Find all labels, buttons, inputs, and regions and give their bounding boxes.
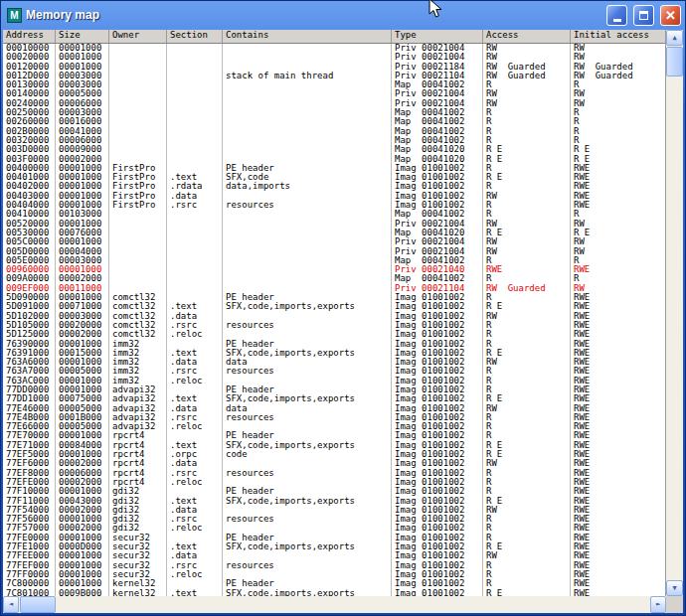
memory-table-body[interactable]: 0001000000001000Priv 00021004RWRW0002000… <box>3 44 665 596</box>
column-header-section[interactable]: Section <box>167 30 223 43</box>
maximize-button[interactable] <box>633 5 654 26</box>
cell-type: Map 00041002 <box>392 136 483 145</box>
close-button[interactable]: ✕ <box>660 5 681 26</box>
cell-initial: RWE <box>571 192 665 201</box>
table-row[interactable]: 003F000000002000Map 00041020R ER E <box>3 155 665 164</box>
horizontal-scroll-thumb[interactable] <box>20 596 56 613</box>
table-row[interactable]: 0032000000006000Map 00041002RR <box>3 136 665 145</box>
cell-size: 00001000 <box>56 63 109 72</box>
minimize-button[interactable] <box>606 5 627 26</box>
table-row[interactable]: 009A000000002000Map 00041002RR <box>3 274 665 283</box>
title-bar[interactable]: M Memory map ✕ <box>0 0 686 27</box>
table-row[interactable]: 5D10200000003000comctl32.dataImag 010010… <box>3 312 665 321</box>
table-row[interactable]: 77DD000000001000advapi32PE headerImag 01… <box>3 385 665 394</box>
cell-contains <box>223 265 392 274</box>
table-row[interactable]: 0026000000016000Map 00041002RR <box>3 117 665 126</box>
table-row[interactable]: 005E000000003000Map 00041002RR <box>3 256 665 265</box>
vertical-scroll-thumb[interactable] <box>666 47 683 77</box>
table-row[interactable]: 009EF00000011000Priv 00021104RW GuardedR… <box>3 284 665 293</box>
table-row[interactable]: 77F5400000002000gdi32.dataImag 01001002R… <box>3 506 665 515</box>
vertical-scroll-track[interactable] <box>666 46 683 580</box>
table-row[interactable]: 002B000000041000Map 00041002RR <box>3 127 665 136</box>
column-header-contains[interactable]: Contains <box>223 30 392 43</box>
table-row[interactable]: 77E7100000084000rpcrt4.textSFX,code,impo… <box>3 441 665 450</box>
cell-contains <box>223 63 392 72</box>
column-header-access[interactable]: Access <box>483 30 571 43</box>
table-row[interactable]: 0013000000003000Map 00041002RR <box>3 80 665 89</box>
column-header-initial[interactable]: Initial access <box>571 30 665 43</box>
cell-size: 0009B000 <box>56 589 109 596</box>
scroll-up-button[interactable]: ▲ <box>666 30 683 46</box>
table-row[interactable]: 0053000000076000Map 00041020R ER E <box>3 229 665 237</box>
table-row[interactable]: 7639000000001000imm32PE headerImag 01001… <box>3 340 665 349</box>
table-row[interactable]: 005D000000004000Priv 00021004RWRW <box>3 247 665 256</box>
cell-access: RW <box>483 358 571 367</box>
table-row[interactable]: 77E4600000005000advapi32.datadataImag 01… <box>3 404 665 413</box>
table-row[interactable]: 0041000000103000Map 00041002RR <box>3 210 665 219</box>
table-row[interactable]: 0024000000006000Priv 00021004RWRW <box>3 99 665 108</box>
table-row[interactable]: 0040000000001000FirstProPE headerImag 01… <box>3 164 665 173</box>
table-row[interactable]: 77EF600000002000rpcrt4.dataImag 01001002… <box>3 459 665 468</box>
table-row[interactable]: 005C000000001000Priv 00021004RWRW <box>3 237 665 246</box>
scroll-left-button[interactable]: ◄ <box>3 596 19 613</box>
table-row[interactable]: 77FE10000000D000secur32.textSFX,code,imp… <box>3 542 665 551</box>
table-row[interactable]: 0052000000001000Priv 00021004RWRW <box>3 220 665 229</box>
table-row[interactable]: 77F5700000002000gdi32.relocImag 01001002… <box>3 524 665 533</box>
table-row[interactable]: 77EF800000006000rpcrt4.rsrcresourcesImag… <box>3 469 665 478</box>
table-row[interactable]: 77FEF00000001000secur32.rsrcresourcesIma… <box>3 561 665 570</box>
column-header-type[interactable]: Type <box>392 30 483 43</box>
table-row[interactable]: 0002000000001000Priv 00021004RWRW <box>3 53 665 62</box>
table-row[interactable]: 77F1100000043000gdi32.textSFX,code,impor… <box>3 497 665 506</box>
table-row[interactable]: 0040400000001000FirstPro.rsrcresourcesIm… <box>3 201 665 210</box>
table-row[interactable]: 77F1000000001000gdi32PE headerImag 01001… <box>3 487 665 496</box>
table-row[interactable]: 77EFE00000002000rpcrt4.relocImag 0100100… <box>3 478 665 487</box>
table-row[interactable]: 7C8010000009B000kernel32.textSFX,code,im… <box>3 589 665 596</box>
table-row[interactable]: 5D09100000071000comctl32.textSFX,code,im… <box>3 302 665 311</box>
column-header-owner[interactable]: Owner <box>109 30 167 43</box>
cell-type: Priv 00021004 <box>392 237 483 246</box>
table-row[interactable]: 77FE000000001000secur32PE headerImag 010… <box>3 534 665 542</box>
table-row[interactable]: 77E6600000005000advapi32.relocImag 01001… <box>3 422 665 431</box>
table-row[interactable]: 77EF500000001000rpcrt4.orpccodeImag 0100… <box>3 450 665 459</box>
table-row[interactable]: 77E4B0000001B000advapi32.rsrcresourcesIm… <box>3 413 665 422</box>
table-row[interactable]: 763AC00000001000imm32.relocImag 01001002… <box>3 377 665 385</box>
cell-size: 00002000 <box>56 330 109 339</box>
cell-type: Priv 00021004 <box>392 220 483 229</box>
table-row[interactable]: 77F5600000001000gdi32.rsrcresourcesImag … <box>3 515 665 524</box>
vertical-scrollbar[interactable]: ▲ ▼ <box>666 30 683 596</box>
cell-address: 77FEF000 <box>3 561 56 570</box>
table-row[interactable]: 763A700000005000imm32.rsrcresourcesImag … <box>3 367 665 376</box>
horizontal-scroll-track[interactable] <box>19 596 650 613</box>
cell-size: 00071000 <box>56 302 109 311</box>
cell-type: Imag 01001002 <box>392 340 483 349</box>
table-row[interactable]: 0025000000003000Map 00041002RR <box>3 108 665 117</box>
table-row[interactable]: 0040300000001000FirstPro.dataImag 010010… <box>3 192 665 201</box>
table-row[interactable]: 0001000000001000Priv 00021004RWRW <box>3 44 665 53</box>
table-row[interactable]: 77E7000000001000rpcrt4PE headerImag 0100… <box>3 431 665 440</box>
table-row[interactable]: 5D09000000001000comctl32PE headerImag 01… <box>3 293 665 302</box>
table-row[interactable]: 003D000000009000Map 00041020R ER E <box>3 145 665 154</box>
table-row[interactable]: 0040100000001000FirstPro.textSFX,codeIma… <box>3 173 665 182</box>
table-row[interactable]: 0014000000005000Priv 00021004RWRW <box>3 89 665 98</box>
cell-address: 00240000 <box>3 99 56 108</box>
table-row[interactable]: 0012D00000003000stack of main threadPriv… <box>3 72 665 80</box>
table-row[interactable]: 0040200000001000FirstPro.rdatadata,impor… <box>3 182 665 191</box>
table-row[interactable]: 763A600000001000imm32.datadataImag 01001… <box>3 358 665 367</box>
cell-address: 00520000 <box>3 220 56 229</box>
column-header-address[interactable]: Address <box>3 30 56 43</box>
table-row[interactable]: 0096000000001000Priv 00021040RWERWE <box>3 265 665 274</box>
cell-size: 00001000 <box>56 44 109 53</box>
column-header-size[interactable]: Size <box>56 30 109 43</box>
table-row[interactable]: 77FF000000001000secur32.relocImag 010010… <box>3 570 665 579</box>
table-row[interactable]: 5D10500000020000comctl32.rsrcresourcesIm… <box>3 321 665 330</box>
table-row[interactable]: 77DD100000075000advapi32.textSFX,code,im… <box>3 394 665 403</box>
table-row[interactable]: 5D12500000002000comctl32.relocImag 01001… <box>3 330 665 339</box>
cell-type: Imag 01001002 <box>392 422 483 431</box>
table-row[interactable]: 7C80000000001000kernel32PE headerImag 01… <box>3 579 665 588</box>
table-row[interactable]: 0012000000001000Priv 00021184RW GuardedR… <box>3 63 665 72</box>
table-row[interactable]: 7639100000015000imm32.textSFX,code,impor… <box>3 349 665 358</box>
table-row[interactable]: 77FEE00000001000secur32.dataImag 0100100… <box>3 551 665 560</box>
scroll-right-button[interactable]: ► <box>650 596 666 613</box>
scroll-down-button[interactable]: ▼ <box>666 580 683 596</box>
horizontal-scrollbar[interactable]: ◄ ► <box>3 596 666 613</box>
